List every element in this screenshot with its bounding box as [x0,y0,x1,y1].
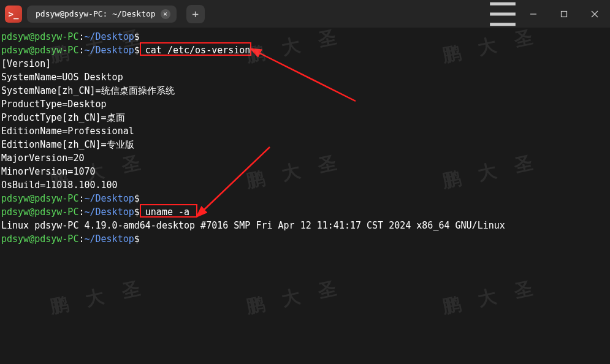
output-line: MajorVersion=20 [1,151,609,165]
output-line: OsBuild=11018.100.100 [1,178,609,192]
maximize-button[interactable] [549,0,579,28]
output-line: SystemName[zh_CN]=统信桌面操作系统 [1,84,609,97]
close-tab-icon[interactable]: ✕ [161,9,170,19]
terminal-app-icon[interactable]: >_ [5,6,22,23]
prompt-line: pdsyw@pdsyw-PC:~/Desktop$ [1,232,609,246]
hamburger-menu-icon[interactable] [487,0,518,28]
output-line: ProductType[zh_CN]=桌面 [1,111,609,124]
prompt-line: pdsyw@pdsyw-PC:~/Desktop$ cat /etc/os-ve… [1,44,609,57]
svg-rect-4 [562,11,567,17]
command-cat: cat /etc/os-version [145,45,251,56]
command-uname: uname -a [145,207,189,218]
new-tab-button[interactable]: + [186,5,205,23]
watermark: 鹏 大 圣 [440,275,538,320]
prompt-line: pdsyw@pdsyw-PC:~/Desktop$ uname -a [1,205,609,219]
close-button[interactable] [579,0,610,28]
prompt-line: pdsyw@pdsyw-PC:~/Desktop$ [1,30,609,44]
terminal-area[interactable]: pdsyw@pdsyw-PC:~/Desktop$ pdsyw@pdsyw-PC… [0,28,610,248]
titlebar: >_ pdsyw@pdsyw-PC: ~/Desktop ✕ + [0,0,610,28]
output-line: Linux pdsyw-PC 4.19.0-amd64-desktop #701… [1,219,609,232]
output-line: EditionName=Professional [1,124,609,138]
output-line: [Version] [1,57,609,70]
window-controls [487,0,610,28]
prompt-line: pdsyw@pdsyw-PC:~/Desktop$ [1,192,609,205]
terminal-tab[interactable]: pdsyw@pdsyw-PC: ~/Desktop ✕ [27,6,177,23]
output-line: MinorVersion=1070 [1,165,609,178]
watermark: 鹏 大 圣 [243,275,342,320]
minimize-button[interactable] [518,0,549,28]
watermark: 鹏 大 圣 [47,275,146,320]
tab-title: pdsyw@pdsyw-PC: ~/Desktop [36,9,156,18]
output-line: EditionName[zh_CN]=专业版 [1,138,609,151]
output-line: SystemName=UOS Desktop [1,70,609,84]
output-line: ProductType=Desktop [1,97,609,111]
